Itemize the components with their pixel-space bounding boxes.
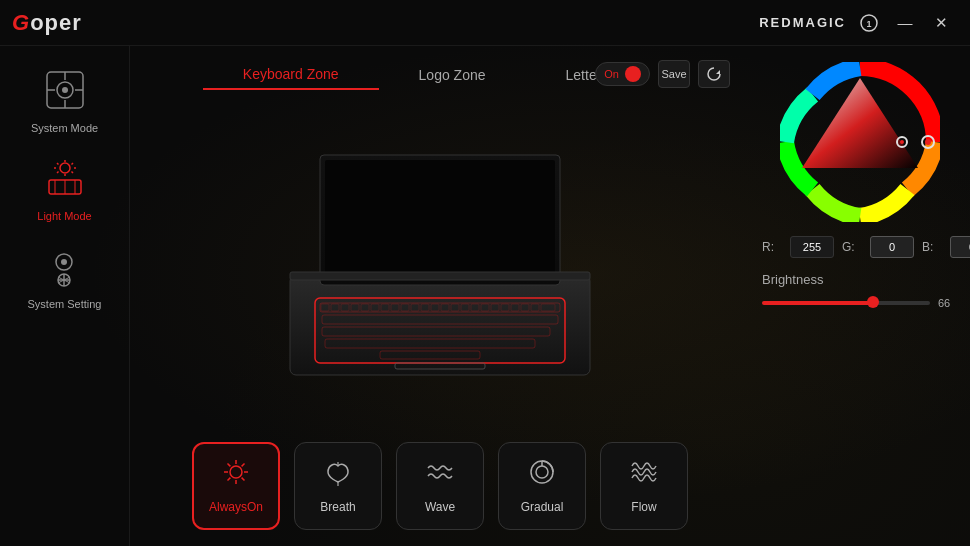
color-wheel-svg[interactable]: [780, 62, 940, 222]
save-button[interactable]: Save: [658, 60, 690, 88]
mode-btn-breath[interactable]: Breath: [294, 442, 382, 530]
right-panel: R: G: B: Brightness 66: [750, 46, 970, 546]
svg-line-16: [57, 163, 59, 165]
system-setting-label: System Setting: [28, 298, 102, 310]
laptop-area: [260, 100, 620, 430]
color-wheel[interactable]: [780, 62, 940, 222]
system-mode-label: System Mode: [31, 122, 98, 134]
logo: Goper: [12, 10, 82, 36]
r-input[interactable]: [790, 236, 834, 258]
flow-icon: [630, 458, 658, 492]
system-setting-icon: [40, 242, 88, 290]
toggle-dot: [625, 66, 641, 82]
svg-rect-32: [325, 160, 555, 278]
brand-text: REDMAGIC: [759, 15, 846, 30]
svg-line-71: [242, 464, 245, 467]
center-content: Keyboard Zone Logo Zone Letter Zone On S…: [130, 46, 750, 546]
wave-icon: [426, 458, 454, 492]
svg-line-18: [71, 163, 73, 165]
g-label: G:: [842, 240, 862, 254]
tab-keyboard-zone[interactable]: Keyboard Zone: [203, 60, 379, 90]
svg-point-82: [925, 139, 931, 145]
r-label: R:: [762, 240, 782, 254]
logo-area: Goper: [12, 10, 82, 36]
mode-btn-always-on[interactable]: AlwaysOn: [192, 442, 280, 530]
gradual-label: Gradual: [521, 500, 564, 514]
g-input[interactable]: [870, 236, 914, 258]
always-on-icon: [222, 458, 250, 492]
light-mode-icon: [41, 154, 89, 202]
brightness-track[interactable]: [762, 301, 930, 305]
flow-label: Flow: [631, 500, 656, 514]
sidebar: System Mode: [0, 46, 130, 546]
close-button[interactable]: ✕: [928, 10, 954, 36]
always-on-label: AlwaysOn: [209, 500, 263, 514]
minimize-button[interactable]: —: [892, 10, 918, 36]
brightness-slider-container: 66: [762, 297, 958, 309]
tab-logo-zone[interactable]: Logo Zone: [379, 61, 526, 89]
svg-marker-29: [716, 70, 720, 74]
svg-point-84: [900, 140, 904, 144]
mode-buttons: AlwaysOn Breath: [192, 430, 688, 546]
sidebar-item-system-setting[interactable]: System Setting: [28, 242, 102, 310]
svg-point-23: [61, 259, 67, 265]
svg-line-72: [228, 478, 231, 481]
light-mode-label: Light Mode: [37, 210, 91, 222]
zone-tabs: Keyboard Zone Logo Zone Letter Zone On S…: [130, 46, 750, 100]
svg-line-19: [57, 172, 59, 174]
power-toggle[interactable]: On: [595, 62, 650, 86]
system-mode-icon: [41, 66, 89, 114]
toggle-label: On: [604, 68, 619, 80]
reset-button[interactable]: [698, 60, 730, 88]
svg-line-69: [228, 464, 231, 467]
svg-line-17: [71, 172, 73, 174]
svg-rect-30: [290, 275, 590, 375]
breath-label: Breath: [320, 500, 355, 514]
laptop-illustration: [260, 135, 620, 395]
brightness-label: Brightness: [762, 272, 958, 287]
rgb-inputs: R: G: B:: [762, 236, 958, 258]
brand-icon: 1: [856, 10, 882, 36]
brightness-thumb[interactable]: [867, 296, 879, 308]
sidebar-item-system-mode[interactable]: System Mode: [31, 66, 98, 134]
brightness-value: 66: [938, 297, 958, 309]
b-label: B:: [922, 240, 942, 254]
svg-line-70: [242, 478, 245, 481]
gradual-icon: [528, 458, 556, 492]
mode-btn-flow[interactable]: Flow: [600, 442, 688, 530]
main-layout: System Mode: [0, 46, 970, 546]
mode-btn-gradual[interactable]: Gradual: [498, 442, 586, 530]
svg-text:1: 1: [866, 19, 871, 29]
svg-point-13: [60, 163, 70, 173]
svg-point-4: [62, 87, 68, 93]
zone-controls: On Save: [595, 60, 730, 88]
wave-label: Wave: [425, 500, 455, 514]
svg-rect-33: [290, 272, 590, 280]
header: Goper REDMAGIC 1 — ✕: [0, 0, 970, 46]
b-input[interactable]: [950, 236, 970, 258]
svg-point-76: [536, 466, 548, 478]
breath-icon: [324, 458, 352, 492]
logo-g: G: [12, 10, 30, 35]
svg-point-64: [230, 466, 242, 478]
mode-btn-wave[interactable]: Wave: [396, 442, 484, 530]
brightness-section: Brightness 66: [762, 272, 958, 309]
header-right: REDMAGIC 1 — ✕: [759, 10, 954, 36]
sidebar-item-light-mode[interactable]: Light Mode: [37, 154, 91, 222]
